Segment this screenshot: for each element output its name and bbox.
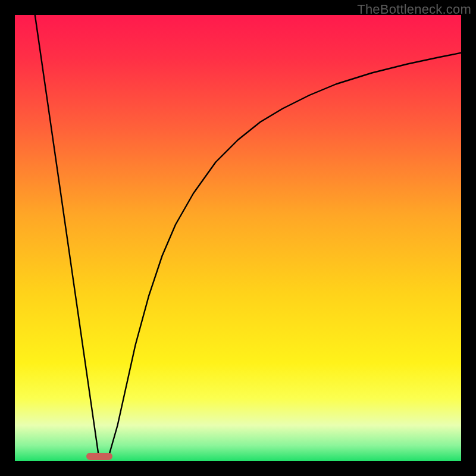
chart-frame: TheBottleneck.com [0, 0, 476, 476]
watermark-text: TheBottleneck.com [357, 2, 471, 17]
svg-rect-0 [15, 15, 461, 461]
plot-area [15, 15, 461, 461]
background-gradient [15, 15, 461, 461]
